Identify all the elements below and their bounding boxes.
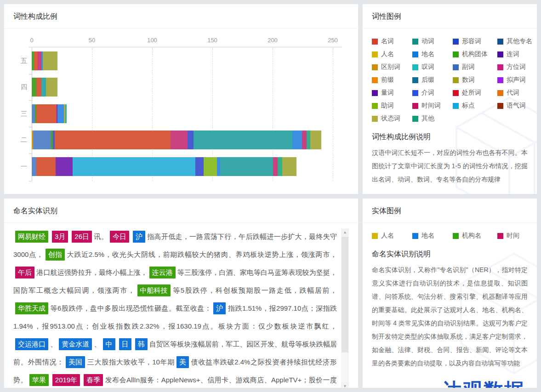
pos-legend-item[interactable]: 标点 (453, 99, 497, 112)
entity-legend-item[interactable]: 机构名 (453, 229, 497, 242)
bar-segment-动词[interactable] (41, 78, 46, 97)
bar-segment-名词[interactable] (34, 51, 38, 70)
bar-segment-名词[interactable] (36, 78, 41, 97)
ner-plain-text: 、 (50, 340, 57, 348)
bar-segment-时间词[interactable] (273, 157, 278, 176)
pos-legend-label: 其他专名 (507, 37, 532, 45)
bar-segment-名词[interactable] (55, 131, 171, 149)
pos-legend-item[interactable]: 时间词 (412, 99, 453, 112)
bar-segment-动词[interactable] (220, 157, 273, 176)
pos-legend-chip-icon (372, 90, 378, 96)
panel-ner: 命名实体识别 网易财经3月26日讯。今日沪指高开低走，一路震荡下行，午后跌幅进一… (4, 198, 359, 388)
bar-segment-机构团体[interactable] (32, 78, 36, 97)
pos-legend-item[interactable]: 量词 (372, 86, 412, 99)
y-tick-mark (29, 74, 32, 74)
scrollbar-up-arrow-icon[interactable]: ▲ (341, 228, 349, 236)
ner-entity-tag-time: 今日 (110, 231, 129, 243)
pos-legend-item[interactable]: 人名 (372, 48, 412, 61)
bar-segment-动词[interactable] (194, 131, 292, 149)
dashboard: 词性构成比例 050100150200250五四三二一 词性图例 名词动词形容词… (0, 0, 541, 392)
entity-legend-grid: 人名地名机构名时间 (372, 229, 530, 242)
ner-plain-text: 等6股跌停，盘中多股出现恐慌性砸盘。截至收盘： (50, 304, 211, 312)
pos-chart-title: 词性构成比例 (4, 4, 358, 28)
pos-legend-item[interactable]: 状态词 (372, 112, 412, 125)
pos-legend-item[interactable]: 拟声词 (497, 74, 532, 86)
panel-entity: 实体图例 人名地名机构名时间 命名实体识别说明 命名实体识别，又称作"专名识别"… (362, 198, 537, 388)
pos-legend-label: 介词 (421, 89, 434, 97)
pos-legend-label: 助词 (381, 102, 394, 110)
pos-legend-item[interactable]: 区别词 (372, 61, 412, 74)
pos-legend-item[interactable]: 形容词 (453, 35, 497, 48)
entity-legend-label: 地名 (421, 232, 434, 240)
pos-legend-item[interactable]: 其他专名 (497, 35, 532, 48)
pos-legend-item[interactable]: 处所词 (453, 86, 497, 99)
bar-segment-时间词[interactable] (38, 51, 41, 70)
bar-segment-地名[interactable] (217, 157, 220, 176)
bar-segment-地名[interactable] (57, 104, 64, 123)
pos-legend-item[interactable]: 后缀 (412, 74, 453, 86)
pos-legend-label: 时间词 (421, 102, 441, 110)
pos-legend-item[interactable]: 其他 (412, 112, 453, 125)
pos-legend-item[interactable]: 方位词 (497, 61, 532, 74)
bar-segment-连词[interactable] (56, 157, 73, 176)
entity-legend-item[interactable]: 地名 (412, 229, 453, 242)
bar-segment-数词[interactable] (310, 131, 321, 149)
bar-segment-其他[interactable] (278, 157, 282, 176)
bar-segment-副词[interactable] (32, 157, 36, 176)
ner-scrollbar[interactable]: ▲ ▼ (341, 228, 349, 388)
ner-plain-text: 三大股指大致收平，10年期 (87, 358, 175, 366)
pos-legend-item[interactable]: 连词 (497, 48, 532, 61)
panel-pos-legend: 词性图例 名词动词形容词其他专名人名地名机构团体连词区别词叹词副词方位词前缀后缀… (362, 4, 537, 194)
ner-entity-tag-time: 26日 (72, 231, 92, 243)
pos-legend-item[interactable]: 机构团体 (453, 48, 497, 61)
bar-segment-介词[interactable] (195, 157, 204, 176)
bar-segment-其他[interactable] (307, 131, 310, 149)
bar-segment-名词[interactable] (36, 104, 57, 123)
bar-segment-数词[interactable] (43, 51, 57, 70)
bar-segment-副词[interactable] (33, 131, 51, 149)
pos-legend-item[interactable]: 叹词 (412, 61, 453, 74)
scrollbar-down-arrow-icon[interactable]: ▼ (341, 382, 349, 388)
pos-legend-item[interactable]: 代词 (497, 86, 532, 99)
pos-desc-text: 汉语中词汇长短不一，对应的词性分布也各有不同。本图统计了文章中词汇长度为 1-5… (372, 146, 528, 186)
pos-legend-item[interactable]: 动词 (412, 35, 453, 48)
entity-desc-title: 命名实体识别说明 (372, 250, 530, 259)
pos-legend-label: 动词 (421, 37, 434, 45)
bar-segment-副词[interactable] (32, 104, 35, 123)
bar-segment-名词[interactable] (36, 157, 56, 176)
ner-entity-tag-loc: 中 (103, 338, 115, 350)
entity-legend-item[interactable]: 人名 (372, 229, 412, 242)
pos-legend-item[interactable]: 前缀 (372, 74, 412, 86)
pos-legend-item[interactable]: 语气词 (497, 99, 532, 112)
pos-legend-label: 地名 (421, 50, 434, 58)
y-tick-mark (29, 127, 32, 127)
y-tick-mark (29, 100, 32, 101)
pos-legend-item[interactable]: 名词 (372, 35, 412, 48)
bar-segment-标点[interactable] (73, 157, 195, 176)
ner-title: 命名实体识别 (4, 199, 358, 223)
bar-segment-地名[interactable] (292, 131, 302, 149)
pos-legend-chip-icon (497, 64, 503, 70)
ner-entity-tag-org: 连云港 (149, 267, 176, 278)
pos-legend-chip-icon (372, 51, 378, 57)
entity-legend-item[interactable]: 时间 (497, 229, 530, 242)
bar-segment-助词[interactable] (204, 157, 217, 176)
bar-segment-数词[interactable] (282, 157, 296, 176)
bar-segment-数词[interactable] (46, 78, 57, 97)
pos-legend-item[interactable]: 副词 (453, 61, 497, 74)
pos-legend-chip-icon (372, 64, 378, 70)
entity-legend-chip-icon (372, 233, 378, 239)
pos-legend-item[interactable]: 介词 (412, 86, 453, 99)
ner-entity-tag-org: 创指 (46, 249, 65, 261)
pos-legend-item[interactable]: 数词 (453, 74, 497, 86)
pos-legend-item[interactable]: 助词 (372, 99, 412, 112)
x-axis-line (32, 47, 342, 47)
stacked-bar-row (32, 104, 67, 123)
bar-segment-其他[interactable] (65, 104, 67, 123)
scrollbar-thumb[interactable] (342, 237, 348, 352)
pos-legend-item[interactable]: 地名 (412, 48, 453, 61)
bar-segment-时间词[interactable] (302, 131, 307, 149)
x-tick-label: 150 (207, 37, 217, 44)
bar-segment-介词[interactable] (188, 131, 194, 149)
bar-segment-时间词[interactable] (171, 131, 188, 149)
